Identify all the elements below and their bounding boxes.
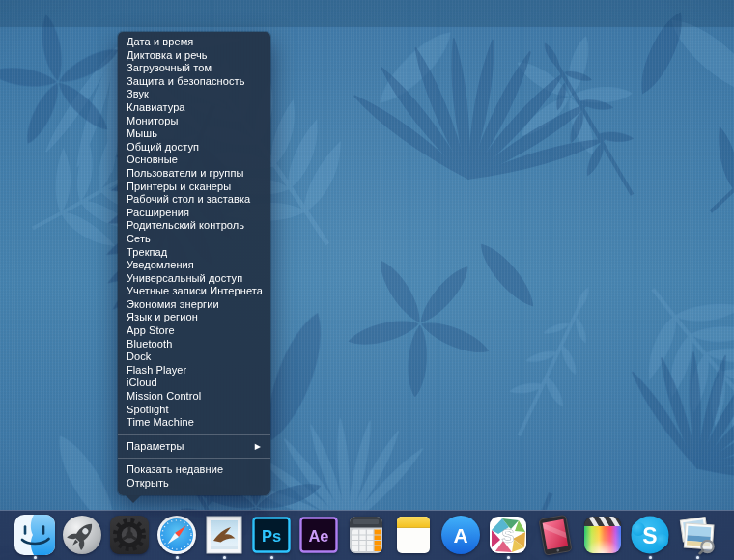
dock-item-tablet-app[interactable] <box>534 514 577 560</box>
system-preferences-gear-icon <box>108 514 151 556</box>
dock-item-skype[interactable]: S <box>629 514 671 560</box>
menu-item[interactable]: Диктовка и речь <box>118 49 270 63</box>
dock-item-slack[interactable]: S <box>487 514 529 560</box>
running-indicator <box>34 556 37 559</box>
dock-item-final-cut-pro[interactable] <box>581 514 624 560</box>
dock-item-after-effects[interactable]: Ae <box>297 514 340 560</box>
menu-item[interactable]: Универсальный доступ <box>118 272 270 286</box>
menu-item[interactable]: Дата и время <box>118 36 270 49</box>
menu-item[interactable]: Mission Control <box>118 390 270 404</box>
menu-item[interactable]: Звук <box>118 88 270 101</box>
menu-item[interactable]: Пользователи и группы <box>118 167 270 181</box>
menu-item[interactable]: Расширения <box>118 207 270 220</box>
menu-item[interactable]: App Store <box>118 324 270 338</box>
menu-item[interactable]: Мониторы <box>118 115 270 128</box>
finder-icon <box>14 514 56 556</box>
dock-item-finder[interactable] <box>14 514 56 560</box>
running-indicator <box>270 556 273 559</box>
menu-item[interactable]: Принтеры и сканеры <box>118 181 270 194</box>
running-indicator <box>507 556 510 559</box>
photoshop-letters: Ps <box>262 527 281 545</box>
running-indicator <box>696 556 699 559</box>
submenu-arrow-icon: ▶ <box>255 439 261 453</box>
tablet-device-icon <box>534 514 577 556</box>
dock-item-system-preferences[interactable] <box>108 514 151 560</box>
menu-item[interactable]: Экономия энергии <box>118 298 270 312</box>
menu-item[interactable]: Защита и безопасность <box>118 75 270 89</box>
menu-item[interactable]: Bluetooth <box>118 338 270 351</box>
menu-item[interactable]: iCloud <box>118 377 270 390</box>
menu-item[interactable]: Язык и регион <box>118 311 270 324</box>
menu-separator <box>118 458 270 459</box>
context-menu-footer-list: Показать недавниеОткрыть <box>118 463 270 490</box>
context-menu-pane-list: Дата и времяДиктовка и речьЗагрузочный т… <box>118 36 270 430</box>
final-cut-clapperboard-icon <box>581 514 624 556</box>
notes-icon <box>392 514 435 556</box>
menu-item-options[interactable]: Параметры ▶ <box>118 440 270 454</box>
app-store-letter: A <box>453 524 467 546</box>
safari-compass-icon <box>155 514 198 556</box>
menu-pointer-tail <box>126 495 141 503</box>
wallpaper-leaf-pattern <box>0 0 734 560</box>
menu-item[interactable]: Уведомления <box>118 259 270 272</box>
mail-stamp-icon <box>203 514 245 556</box>
menu-item[interactable]: Dock <box>118 350 270 364</box>
running-indicator <box>223 556 226 559</box>
running-indicator <box>649 556 652 559</box>
dock-item-preview[interactable] <box>676 514 719 560</box>
menu-item[interactable]: Клавиатура <box>118 101 270 115</box>
menu-item[interactable]: Рабочий стол и заставка <box>118 193 270 207</box>
menu-item[interactable]: Трекпад <box>118 246 270 260</box>
menu-item[interactable]: Сеть <box>118 233 270 246</box>
after-effects-ae-icon: Ae <box>297 514 340 556</box>
preview-photos-loupe-icon <box>676 514 719 556</box>
menu-item[interactable]: Открыть <box>118 477 270 490</box>
app-store-icon: A <box>439 514 482 556</box>
dock: Ps Ae <box>0 510 734 560</box>
menu-item[interactable]: Flash Player <box>118 364 270 378</box>
skype-letter: S <box>642 523 657 548</box>
menu-separator <box>118 434 270 435</box>
desktop: Дата и времяДиктовка и речьЗагрузочный т… <box>0 0 734 560</box>
dock-item-photoshop[interactable]: Ps <box>250 514 293 560</box>
photoshop-ps-icon: Ps <box>250 514 293 556</box>
skype-icon: S <box>629 514 671 556</box>
dock-context-menu: Дата и времяДиктовка и речьЗагрузочный т… <box>118 32 270 495</box>
dock-item-launchpad[interactable] <box>61 514 103 560</box>
dock-item-notes[interactable] <box>392 514 435 560</box>
menu-item[interactable]: Time Machine <box>118 416 270 430</box>
slack-icon: S <box>487 514 529 556</box>
after-effects-letters: Ae <box>308 527 328 545</box>
dock-item-safari[interactable] <box>155 514 198 560</box>
calculator-icon <box>345 514 387 556</box>
dock-item-mail[interactable] <box>203 514 245 560</box>
slack-letter: S <box>501 525 514 546</box>
menu-item[interactable]: Загрузочный том <box>118 62 270 75</box>
launchpad-rocket-icon <box>61 514 103 556</box>
menu-item[interactable]: Общий доступ <box>118 141 270 154</box>
menu-item[interactable]: Spotlight <box>118 404 270 417</box>
menu-item[interactable]: Мышь <box>118 127 270 141</box>
options-label: Параметры <box>127 440 184 454</box>
menu-item[interactable]: Учетные записи Интернета <box>118 285 270 298</box>
dock-item-app-store[interactable]: A <box>439 514 482 560</box>
running-indicator <box>176 556 179 559</box>
menu-item[interactable]: Основные <box>118 154 270 167</box>
menu-item[interactable]: Родительский контроль <box>118 219 270 233</box>
dock-item-calculator[interactable] <box>345 514 387 560</box>
menu-item[interactable]: Показать недавние <box>118 463 270 477</box>
